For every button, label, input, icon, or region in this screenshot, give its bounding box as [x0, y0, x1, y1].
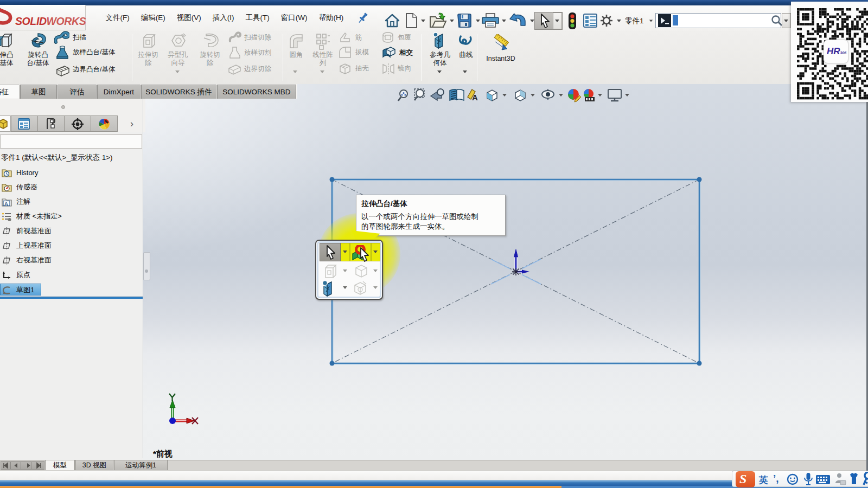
svg-text:A: A	[472, 93, 478, 102]
svg-text:*前视: *前视	[153, 449, 173, 458]
